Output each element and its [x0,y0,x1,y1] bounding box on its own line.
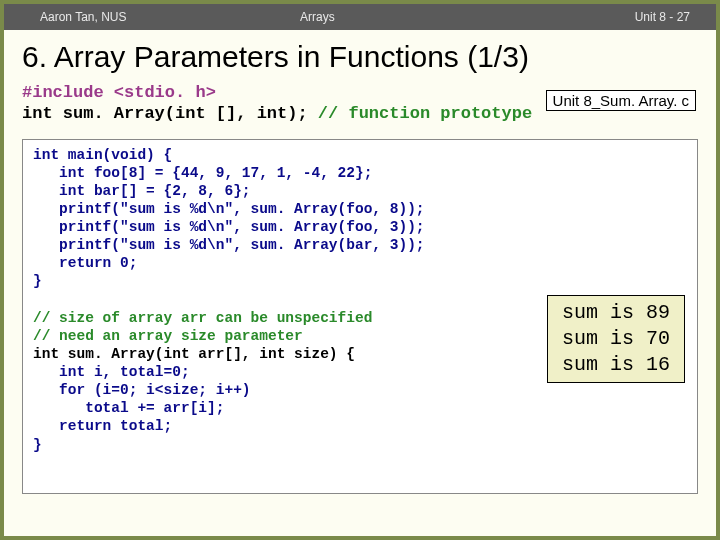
code-l2: int foo[8] = {44, 9, 17, 1, -4, 22}; [33,165,372,181]
output-line-2: sum is 70 [562,326,670,352]
header-page: Unit 8 - 27 [570,10,710,24]
code-l4: printf("sum is %d\n", sum. Array(foo, 8)… [33,201,425,217]
code-f3: for (i=0; i<size; i++) [33,382,251,398]
code-l5: printf("sum is %d\n", sum. Array(foo, 3)… [33,219,425,235]
prototype-decl: int sum. Array(int [], int); [22,104,318,123]
code-box: int main(void) { int foo[8] = {44, 9, 17… [22,139,698,494]
slide: Aaron Tan, NUS Arrays Unit 8 - 27 6. Arr… [0,0,720,540]
header-topic: Arrays [240,10,570,24]
code-l1: int main(void) { [33,147,172,163]
code-f4: total += arr[i]; [33,400,224,416]
output-line-3: sum is 16 [562,352,670,378]
prototype-comment: // function prototype [318,104,532,123]
slide-title: 6. Array Parameters in Functions (1/3) [4,30,716,78]
code-f5: return total; [33,418,172,434]
header-author: Aaron Tan, NUS [10,10,240,24]
slide-header: Aaron Tan, NUS Arrays Unit 8 - 27 [4,4,716,30]
code-f6: } [33,437,42,453]
code-c1: // size of array arr can be unspecified [33,310,372,326]
code-l8: } [33,273,42,289]
code-l7: return 0; [33,255,137,271]
output-line-1: sum is 89 [562,300,670,326]
code-f2: int i, total=0; [33,364,190,380]
code-l6: printf("sum is %d\n", sum. Array(bar, 3)… [33,237,425,253]
output-box: sum is 89 sum is 70 sum is 16 [547,295,685,383]
filename-box: Unit 8_Sum. Array. c [546,90,696,111]
code-c2: // need an array size parameter [33,328,303,344]
code-f1: int sum. Array(int arr[], int size) { [33,346,355,362]
code-l3: int bar[] = {2, 8, 6}; [33,183,251,199]
